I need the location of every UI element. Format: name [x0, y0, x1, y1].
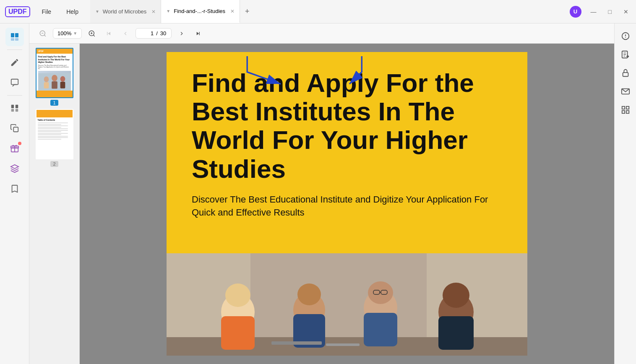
app-logo: UPDF: [5, 6, 30, 17]
sidebar-layers-icon[interactable]: [5, 159, 24, 178]
sidebar-divider-2: [7, 95, 22, 96]
thumb-page2-header: [36, 110, 73, 117]
add-tab-button[interactable]: +: [240, 7, 255, 16]
thumb-page2-content: Table of Contents: [36, 110, 73, 159]
sidebar-bookmark-icon[interactable]: [5, 179, 24, 198]
tab2-arrow: ▼: [166, 9, 170, 13]
menu-help[interactable]: Help: [63, 7, 82, 17]
thumb-page1-header: UPDF: [36, 49, 73, 54]
thumb-logo: UPDF: [38, 50, 44, 52]
page-separator: /: [156, 30, 158, 36]
pdf-page: Find and Apply For the Best Institutes I…: [167, 52, 527, 356]
thumb-img-1: UPDF Find and Apply For the Best Institu…: [36, 48, 73, 98]
sidebar-divider-1: [7, 49, 22, 50]
thumb-bottom-bar: [36, 91, 73, 97]
minimize-button[interactable]: —: [588, 8, 599, 16]
menu-file[interactable]: File: [39, 7, 55, 17]
nav-next-button[interactable]: [175, 27, 188, 40]
svg-point-51: [625, 37, 626, 38]
toc-line-2: [38, 124, 61, 125]
pdf-view[interactable]: Find and Apply For the Best Institutes I…: [80, 44, 614, 364]
zoom-in-button[interactable]: [85, 27, 99, 40]
zoom-out-button[interactable]: [36, 27, 50, 40]
page-total: 30: [160, 30, 166, 36]
toc-line-12: [38, 139, 61, 140]
thumb-toc-title: Table of Contents: [38, 119, 71, 121]
export-pdf-icon[interactable]: [617, 46, 634, 63]
sidebar-organize-icon[interactable]: [5, 99, 24, 117]
zoom-level-display[interactable]: 100% ▼: [53, 28, 82, 39]
svg-rect-25: [60, 82, 65, 88]
svg-rect-4: [11, 79, 18, 85]
title-bar: UPDF File Help ▼ World of Microbes ✕ ▼ F…: [0, 0, 636, 23]
window-controls: U — □ ✕: [570, 6, 631, 18]
nav-prev-button[interactable]: [119, 27, 132, 40]
sidebar-edit-icon[interactable]: [5, 53, 24, 72]
tab-world-of-microbes[interactable]: ▼ World of Microbes ✕: [90, 0, 161, 23]
svg-rect-44: [438, 316, 474, 350]
toc-line-7: [38, 131, 61, 132]
tabs-bar: ▼ World of Microbes ✕ ▼ Find-and-...-r-S…: [90, 0, 570, 23]
svg-rect-7: [11, 109, 13, 112]
svg-rect-23: [52, 81, 57, 89]
page-current-input[interactable]: [141, 30, 154, 36]
svg-rect-32: [221, 316, 255, 350]
svg-point-31: [225, 283, 250, 307]
thumb-title: Find and Apply For the Best Institutes I…: [38, 55, 71, 64]
page-yellow-section: Find and Apply For the Best Institutes I…: [167, 52, 527, 253]
maximize-button[interactable]: □: [606, 8, 614, 16]
page-input-group: / 30: [136, 28, 172, 39]
left-sidebar: [0, 23, 29, 364]
svg-rect-59: [626, 111, 628, 113]
main-layout: 100% ▼: [0, 23, 636, 364]
svg-rect-1: [15, 33, 18, 37]
thumbnail-panel: UPDF Find and Apply For the Best Institu…: [29, 44, 80, 364]
toolbar: 100% ▼: [29, 23, 614, 44]
toc-line-3: [38, 125, 68, 126]
thumb-img-2: Table of Contents: [36, 109, 73, 159]
svg-rect-54: [623, 73, 628, 76]
share-email-icon[interactable]: [617, 83, 634, 100]
properties-icon[interactable]: [617, 28, 634, 44]
svg-rect-8: [15, 109, 18, 112]
svg-point-20: [44, 76, 49, 82]
page-image-svg: [167, 253, 527, 356]
nav-first-button[interactable]: [102, 27, 115, 40]
svg-rect-3: [15, 38, 18, 41]
tab2-label: Find-and-...-r-Studies: [174, 8, 225, 14]
user-avatar[interactable]: U: [570, 6, 581, 18]
svg-rect-56: [622, 107, 624, 109]
svg-point-34: [297, 283, 321, 305]
toc-line-11: [38, 137, 68, 138]
svg-rect-57: [626, 107, 628, 109]
svg-rect-46: [326, 343, 360, 346]
svg-line-14: [44, 35, 45, 36]
svg-rect-5: [11, 105, 13, 108]
thumb-subtitle: Discover The Best Educational Institute …: [38, 65, 71, 70]
svg-line-18: [94, 35, 95, 36]
nav-last-button[interactable]: [192, 27, 205, 40]
svg-rect-0: [11, 33, 14, 37]
thumb-number-1: 1: [50, 100, 58, 106]
svg-rect-38: [364, 313, 397, 346]
tab-find-and-studies[interactable]: ▼ Find-and-...-r-Studies ✕: [161, 0, 240, 23]
zoom-dropdown-icon: ▼: [73, 31, 77, 36]
thumbnail-page-1[interactable]: UPDF Find and Apply For the Best Institu…: [36, 48, 73, 106]
sidebar-gift-icon[interactable]: [5, 139, 24, 158]
security-icon[interactable]: [617, 65, 634, 81]
sidebar-copy-icon[interactable]: [5, 119, 24, 138]
sidebar-comment-icon[interactable]: [5, 73, 24, 92]
svg-rect-45: [271, 341, 322, 345]
ocr-icon[interactable]: [617, 101, 634, 118]
tab1-close[interactable]: ✕: [151, 9, 156, 15]
sidebar-reader-icon[interactable]: [5, 28, 24, 46]
thumb-page1-body: Find and Apply For the Best Institutes I…: [36, 54, 73, 96]
thumbnail-page-2[interactable]: Table of Contents: [36, 109, 73, 167]
tab2-close[interactable]: ✕: [230, 8, 235, 14]
svg-rect-21: [44, 82, 49, 88]
thumb-page2-body: Table of Contents: [36, 117, 73, 141]
close-button[interactable]: ✕: [621, 8, 631, 16]
svg-rect-58: [622, 111, 624, 113]
svg-point-37: [368, 281, 393, 304]
toc-line-1: [38, 122, 68, 123]
